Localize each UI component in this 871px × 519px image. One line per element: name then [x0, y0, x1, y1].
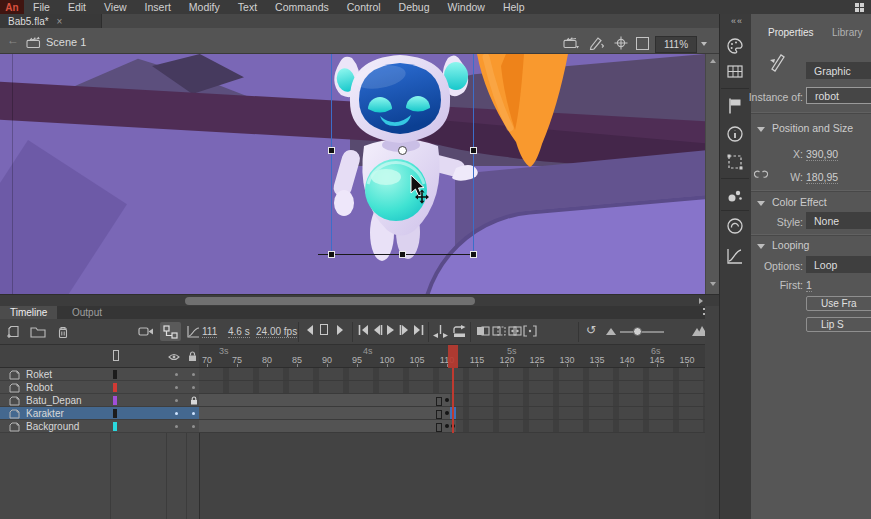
- layer-outline-swatch[interactable]: [113, 383, 117, 392]
- tab-timeline[interactable]: Timeline: [0, 306, 57, 319]
- playhead-marker[interactable]: [448, 345, 458, 368]
- layer-visibility-dot[interactable]: [175, 425, 178, 428]
- onion-skin-outlines-button[interactable]: [492, 325, 506, 337]
- layer-row-batu_depan[interactable]: Batu_Depan: [0, 394, 199, 407]
- stage-hscrollbar[interactable]: [0, 294, 719, 306]
- onion-skin-button[interactable]: [476, 325, 490, 337]
- color-effect-section-header[interactable]: Color Effect: [757, 196, 827, 208]
- back-arrow-icon[interactable]: ←: [7, 33, 19, 47]
- scroll-right-arrow[interactable]: [699, 298, 703, 304]
- motion-graph-icon[interactable]: [725, 246, 745, 266]
- loop-options-dropdown[interactable]: Loop: [806, 256, 871, 273]
- menu-item-text[interactable]: Text: [229, 0, 266, 14]
- menu-item-window[interactable]: Window: [439, 0, 494, 14]
- lock-column-icon[interactable]: [188, 351, 197, 362]
- layer-row-roket[interactable]: Roket: [0, 368, 199, 381]
- layer-row-robot[interactable]: Robot: [0, 381, 199, 394]
- menu-item-control[interactable]: Control: [338, 0, 390, 14]
- frame-span[interactable]: [199, 420, 445, 432]
- menu-item-view[interactable]: View: [95, 0, 136, 14]
- selection-handle-bottomleft[interactable]: [328, 251, 335, 258]
- step-back-button[interactable]: [306, 325, 314, 335]
- align-flag-icon[interactable]: [725, 96, 745, 116]
- tab-output[interactable]: Output: [62, 306, 112, 319]
- scroll-down-arrow[interactable]: [710, 282, 716, 286]
- layer-outline-swatch[interactable]: [113, 422, 117, 431]
- transform-point[interactable]: [398, 146, 407, 155]
- selection-handle-midright[interactable]: [470, 147, 477, 154]
- hscroll-thumb[interactable]: [185, 297, 475, 305]
- layer-lock-dot[interactable]: [192, 425, 195, 428]
- stage-zoom-value[interactable]: 111%: [655, 36, 697, 53]
- keyframe[interactable]: [444, 394, 450, 406]
- style-dropdown[interactable]: None: [806, 212, 871, 229]
- edit-symbols-icon[interactable]: [589, 35, 604, 50]
- section-collapse-arrow[interactable]: [757, 201, 765, 206]
- section-collapse-arrow[interactable]: [757, 244, 765, 249]
- selection-handle-midleft[interactable]: [328, 147, 335, 154]
- symbol-type-dropdown[interactable]: Graphic: [806, 62, 871, 79]
- layer-lock-dot[interactable]: [192, 386, 195, 389]
- robot-character[interactable]: [328, 54, 478, 265]
- goto-last-frame-button[interactable]: [413, 325, 424, 335]
- layer-row-background[interactable]: Background: [0, 420, 199, 433]
- layer-outline-swatch[interactable]: [113, 396, 117, 405]
- menu-item-file[interactable]: File: [24, 0, 59, 14]
- lip-sync-button[interactable]: Lip S: [806, 317, 871, 332]
- first-frame-value[interactable]: 1: [806, 279, 812, 292]
- tab-close-icon[interactable]: ×: [57, 16, 63, 27]
- camera-column-icon[interactable]: [113, 350, 119, 361]
- layer-visibility-dot[interactable]: [175, 373, 178, 376]
- section-collapse-arrow[interactable]: [757, 127, 765, 132]
- prev-keyframe-button[interactable]: [372, 325, 383, 335]
- workspace-grid-icon[interactable]: [855, 3, 864, 12]
- info-icon[interactable]: [725, 124, 745, 144]
- delete-layer-button[interactable]: [56, 325, 70, 339]
- scroll-up-arrow[interactable]: [710, 59, 716, 63]
- stage-canvas[interactable]: [0, 54, 719, 294]
- goto-first-frame-button[interactable]: [358, 325, 369, 335]
- frame-span[interactable]: [199, 407, 445, 419]
- frame-span[interactable]: [199, 394, 445, 406]
- menu-item-modify[interactable]: Modify: [180, 0, 229, 14]
- w-value[interactable]: 180,95: [806, 171, 838, 184]
- document-tab[interactable]: Bab5.fla* ×: [0, 14, 102, 28]
- menu-item-help[interactable]: Help: [494, 0, 534, 14]
- layer-visibility-dot[interactable]: [175, 386, 178, 389]
- layer-outline-swatch[interactable]: [113, 370, 117, 379]
- menu-item-insert[interactable]: Insert: [136, 0, 180, 14]
- clip-outside-stage-icon[interactable]: [636, 37, 649, 50]
- frame-rate-readout[interactable]: 24.00 fps: [256, 326, 297, 338]
- eye-column-icon[interactable]: [168, 353, 180, 361]
- brush-particles-icon[interactable]: [725, 186, 745, 206]
- loop-playback-button[interactable]: [452, 325, 467, 338]
- current-frame-readout[interactable]: 111: [202, 326, 217, 338]
- new-folder-button[interactable]: [30, 325, 46, 338]
- elapsed-time-readout[interactable]: 4.6 s: [228, 326, 250, 338]
- reset-timeline-zoom-button[interactable]: ↺: [586, 323, 596, 337]
- layer-row-karakter[interactable]: Karakter: [0, 407, 199, 420]
- tab-library[interactable]: Library: [822, 25, 871, 40]
- scene-breadcrumb[interactable]: Scene 1: [46, 36, 86, 48]
- edit-multiple-frames-button[interactable]: [508, 325, 522, 337]
- layer-lock-dot[interactable]: [192, 412, 195, 415]
- center-stage-icon[interactable]: [614, 36, 628, 50]
- creative-cloud-icon[interactable]: [725, 216, 745, 236]
- position-size-section-header[interactable]: Position and Size: [757, 122, 853, 134]
- new-layer-button[interactable]: [6, 325, 21, 339]
- layer-lock-dot[interactable]: [192, 373, 195, 376]
- stage-vscrollbar[interactable]: [705, 54, 719, 294]
- constrain-link-icon[interactable]: [754, 169, 768, 180]
- zoom-out-frames-icon[interactable]: [606, 328, 616, 335]
- selection-handle-bottomcenter[interactable]: [399, 251, 406, 258]
- frame-size-slider[interactable]: [620, 331, 664, 333]
- transform-icon[interactable]: [725, 152, 745, 172]
- looping-section-header[interactable]: Looping: [757, 239, 809, 251]
- menu-item-edit[interactable]: Edit: [59, 0, 95, 14]
- modify-markers-button[interactable]: [523, 325, 537, 337]
- selection-handle-bottomright[interactable]: [470, 251, 477, 258]
- color-palette-icon[interactable]: [725, 36, 745, 56]
- use-frame-picker-button[interactable]: Use Fra: [806, 296, 871, 311]
- graph-editor-button[interactable]: [186, 325, 200, 339]
- zoom-dropdown-chevron[interactable]: [697, 36, 711, 51]
